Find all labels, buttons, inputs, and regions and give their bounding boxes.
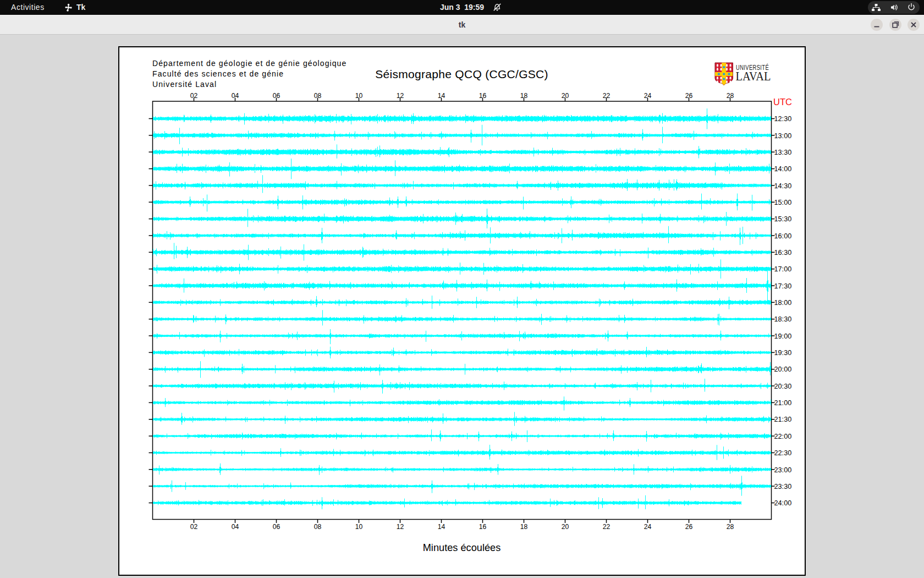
- svg-text:20:30: 20:30: [774, 383, 792, 390]
- svg-text:24: 24: [644, 92, 652, 100]
- svg-text:02: 02: [190, 523, 198, 531]
- svg-text:19:00: 19:00: [774, 332, 792, 340]
- svg-text:18: 18: [520, 523, 528, 531]
- svg-text:16: 16: [479, 523, 487, 531]
- svg-text:13:00: 13:00: [774, 132, 792, 140]
- svg-text:16:00: 16:00: [774, 232, 792, 240]
- svg-text:22:30: 22:30: [774, 449, 792, 457]
- svg-text:20: 20: [562, 92, 569, 100]
- svg-text:10: 10: [355, 92, 363, 100]
- svg-text:06: 06: [273, 92, 280, 100]
- svg-text:12:30: 12:30: [774, 115, 792, 123]
- svg-text:18: 18: [520, 92, 528, 100]
- svg-text:14:00: 14:00: [774, 165, 792, 173]
- svg-text:26: 26: [685, 523, 693, 531]
- svg-text:15:00: 15:00: [774, 199, 792, 206]
- svg-text:24:00: 24:00: [774, 499, 792, 507]
- svg-text:Université Laval: Université Laval: [152, 80, 217, 89]
- svg-text:28: 28: [727, 92, 734, 100]
- svg-text:Séismographe QCQ (CGC/GSC): Séismographe QCQ (CGC/GSC): [375, 68, 548, 80]
- svg-text:22: 22: [603, 523, 610, 531]
- svg-text:Faculté des sciences et de gén: Faculté des sciences et de génie: [152, 69, 284, 78]
- svg-text:08: 08: [314, 523, 322, 531]
- svg-text:12: 12: [397, 92, 404, 100]
- svg-text:17:30: 17:30: [774, 282, 792, 290]
- svg-text:LAVAL: LAVAL: [736, 68, 771, 83]
- svg-text:10: 10: [355, 523, 363, 531]
- svg-text:04: 04: [232, 92, 239, 100]
- svg-text:Minutes écoulées: Minutes écoulées: [423, 542, 501, 553]
- svg-text:UTC: UTC: [773, 97, 792, 107]
- svg-text:13:30: 13:30: [774, 149, 792, 156]
- svg-text:12: 12: [397, 523, 404, 531]
- svg-text:02: 02: [190, 92, 198, 100]
- svg-text:18:30: 18:30: [774, 315, 792, 323]
- svg-text:26: 26: [685, 92, 693, 100]
- svg-text:24: 24: [644, 523, 652, 531]
- svg-text:28: 28: [727, 523, 734, 531]
- svg-text:23:30: 23:30: [774, 483, 792, 490]
- svg-text:21:30: 21:30: [774, 416, 792, 423]
- svg-text:19:30: 19:30: [774, 349, 792, 357]
- svg-text:08: 08: [314, 92, 322, 100]
- svg-text:22:00: 22:00: [774, 433, 792, 440]
- svg-text:18:00: 18:00: [774, 299, 792, 307]
- svg-text:14: 14: [438, 92, 446, 100]
- svg-text:Département de géologie et de: Département de géologie et de génie géol…: [152, 59, 346, 68]
- svg-text:04: 04: [232, 523, 239, 531]
- svg-text:20: 20: [562, 523, 569, 531]
- svg-text:23:00: 23:00: [774, 466, 792, 474]
- svg-text:22: 22: [603, 92, 610, 100]
- svg-text:14:30: 14:30: [774, 182, 792, 190]
- svg-text:21:00: 21:00: [774, 399, 792, 407]
- svg-text:14: 14: [438, 523, 446, 531]
- svg-text:15:30: 15:30: [774, 215, 792, 223]
- svg-text:17:00: 17:00: [774, 265, 792, 273]
- svg-text:16:30: 16:30: [774, 249, 792, 257]
- svg-text:16: 16: [479, 92, 487, 100]
- svg-text:20:00: 20:00: [774, 366, 792, 373]
- svg-text:06: 06: [273, 523, 280, 531]
